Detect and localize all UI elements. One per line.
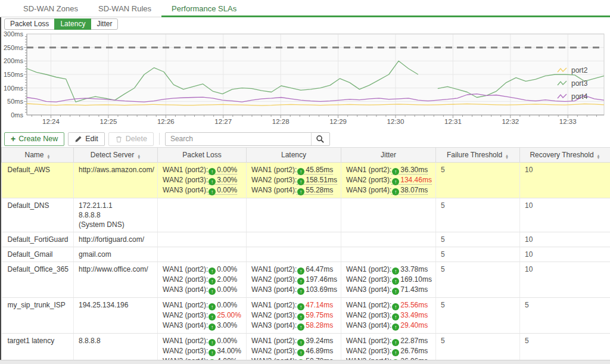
wan-port-label: WAN3 (port4): — [163, 285, 208, 294]
metric-value-text: 169.10ms — [400, 275, 432, 284]
metric-value-text: 0.00% — [217, 186, 237, 194]
latency-chart-container: 0ms50ms100ms150ms200ms250ms300ms12:2412:… — [1, 30, 610, 130]
metric-value-text: 33.49ms — [400, 311, 428, 319]
metric-line: WAN1 (port2):↑0.00% — [163, 265, 241, 275]
up-arrow-icon: ↑ — [392, 339, 399, 346]
sort-icon: ▲▼ — [47, 154, 51, 159]
table-row[interactable]: Default_DNS172.21.1.18.8.8.8(System DNS)… — [2, 198, 610, 232]
wan-port-label: WAN2 (port3): — [346, 176, 391, 184]
wan-port-label: WAN1 (port2): — [163, 265, 208, 273]
metric-value-text: 34.00% — [217, 347, 241, 355]
failure-threshold-cell: 5 — [436, 298, 520, 334]
metric-value: ↑0.00% — [208, 166, 237, 175]
column-header-detect-server[interactable]: Detect Server▲▼ — [74, 148, 158, 163]
edit-button[interactable]: Edit — [68, 132, 105, 146]
metric-value: ↑29.40ms — [391, 321, 428, 329]
metric-value: ↑169.10ms — [391, 275, 432, 284]
wan-port-label: WAN1 (port2): — [251, 265, 297, 273]
latency-cell — [247, 232, 341, 247]
sla-table: Name▲▼Detect Server▲▼Packet LossLatencyJ… — [1, 147, 610, 364]
metric-line: WAN3 (port4):↑58.28ms — [251, 321, 336, 331]
metric-value-text: 197.46ms — [306, 275, 337, 284]
up-arrow-icon: ↑ — [392, 323, 399, 331]
up-arrow-icon: ↑ — [208, 188, 216, 195]
metric-value: ↑64.47ms — [297, 265, 333, 273]
column-header-label: Recovery Threshold — [530, 151, 593, 159]
wan-port-label: WAN2 (port3): — [163, 311, 208, 319]
up-arrow-icon: ↑ — [297, 349, 304, 356]
wan-port-label: WAN2 (port3): — [251, 347, 297, 355]
metric-line: WAN2 (port3):↑2.00% — [163, 275, 241, 285]
table-toolbar: + Create New Edit Delete — [1, 130, 610, 147]
table-row[interactable]: Default_FortiGuardhttp://fortiguard.com/… — [2, 232, 610, 247]
metric-value: ↑22.87ms — [391, 337, 428, 345]
name-cell: Default_FortiGuard — [2, 232, 74, 247]
recovery-threshold-cell: 10 — [520, 198, 610, 232]
delete-label: Delete — [126, 135, 147, 143]
create-new-button[interactable]: + Create New — [4, 132, 64, 146]
svg-text:12:24: 12:24 — [42, 118, 60, 125]
metric-value: ↑26.76ms — [391, 347, 428, 355]
wan-port-label: WAN3 (port4): — [251, 285, 297, 294]
server-line: gmail.com — [79, 250, 152, 259]
up-arrow-icon: ↑ — [392, 303, 399, 310]
table-row[interactable]: my_sip_trunk_ISP194.25.134.196WAN1 (port… — [2, 298, 610, 334]
delete-button[interactable]: Delete — [108, 132, 154, 146]
table-row[interactable]: Default_AWShttp://aws.amazon.com/WAN1 (p… — [2, 163, 610, 198]
subtab-packet-loss[interactable]: Packet Loss — [4, 18, 55, 30]
wan-port-label: WAN2 (port3): — [346, 311, 391, 319]
name-cell: Default_AWS — [2, 163, 74, 198]
packet-loss-cell — [158, 198, 247, 232]
search-input[interactable] — [166, 133, 311, 145]
sort-icon: ▲▼ — [137, 154, 141, 159]
metric-line: WAN1 (port2):↑45.85ms — [251, 165, 336, 175]
metric-value-text: 64.47ms — [306, 265, 333, 273]
recovery-threshold-cell: 10 — [520, 232, 610, 247]
wan-port-label: WAN1 (port2): — [251, 337, 297, 345]
column-header-name[interactable]: Name▲▼ — [2, 148, 74, 163]
up-arrow-icon: ↑ — [208, 168, 216, 175]
search-button[interactable] — [311, 133, 329, 145]
wan-port-label: WAN3 (port4): — [251, 186, 297, 194]
metric-value-text: 158.51ms — [306, 176, 337, 184]
metric-value: ↑38.07ms — [391, 186, 428, 195]
table-row[interactable]: Default_Gmailgmail.com510 — [2, 247, 610, 262]
latency-chart: 0ms50ms100ms150ms200ms250ms300ms12:2412:… — [1, 30, 610, 130]
subtab-jitter[interactable]: Jitter — [91, 18, 118, 30]
metric-line: WAN2 (port3):↑46.89ms — [251, 346, 336, 356]
tab-performance-slas[interactable]: Performance SLAs — [161, 0, 247, 17]
wan-port-label: WAN1 (port2): — [346, 166, 391, 174]
packet-loss-cell: WAN1 (port2):↑0.00%WAN2 (port3):↑2.00%WA… — [158, 262, 247, 298]
up-arrow-icon: ↑ — [297, 278, 304, 285]
metric-value: ↑2.00% — [208, 275, 237, 284]
wan-port-label: WAN3 (port4): — [346, 285, 391, 294]
detect-server-cell: http://fortiguard.com/ — [74, 232, 158, 247]
wan-port-label: WAN1 (port2): — [163, 301, 208, 309]
column-header-failure-threshold[interactable]: Failure Threshold▲▼ — [436, 148, 520, 163]
name-cell: Default_Gmail — [2, 247, 74, 262]
tab-sdwan-zones[interactable]: SD-WAN Zones — [13, 0, 88, 17]
pencil-icon — [74, 135, 82, 143]
metric-value-text: 46.89ms — [306, 347, 333, 355]
tab-sdwan-rules[interactable]: SD-WAN Rules — [88, 0, 161, 17]
metric-line: WAN1 (port2):↑0.00% — [163, 336, 241, 346]
svg-text:12:33: 12:33 — [559, 118, 577, 125]
metric-line: WAN1 (port2):↑0.00% — [163, 165, 241, 175]
metric-value: ↑46.89ms — [297, 347, 333, 355]
tab-label: Performance SLAs — [172, 4, 236, 13]
column-header-label: Packet Loss — [182, 151, 221, 159]
metric-value-text: 36.30ms — [400, 166, 428, 174]
metric-value-text: 26.76ms — [400, 347, 428, 355]
failure-threshold-cell: 5 — [436, 163, 520, 198]
table-row[interactable]: Default_Office_365http://www.office.com/… — [2, 262, 610, 298]
metric-line: WAN2 (port3):↑33.49ms — [346, 310, 431, 321]
column-header-recovery-threshold[interactable]: Recovery Threshold▲▼ — [520, 148, 610, 163]
up-arrow-icon: ↑ — [297, 188, 304, 195]
wan-port-label: WAN1 (port2): — [251, 301, 297, 309]
up-arrow-icon: ↑ — [392, 267, 399, 275]
up-arrow-icon: ↑ — [392, 288, 399, 295]
subtab-latency[interactable]: Latency — [54, 18, 91, 30]
metric-value: ↑0.00% — [208, 337, 237, 345]
metric-value: ↑25.00% — [208, 311, 241, 319]
sort-icon: ▲▼ — [597, 154, 600, 159]
